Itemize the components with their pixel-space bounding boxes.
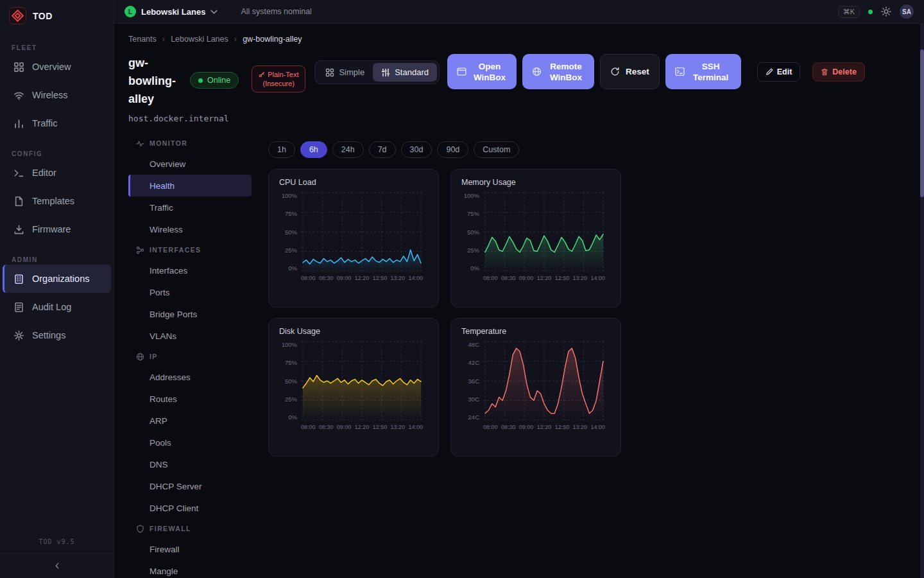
subnav-item-wireless[interactable]: Wireless	[128, 218, 252, 240]
range-1h-button[interactable]: 1h	[268, 141, 295, 158]
subnav-item-dhcp-server[interactable]: DHCP Server	[128, 475, 252, 497]
subnav-item-pools[interactable]: Pools	[128, 432, 252, 453]
time-range-selector: 1h 6h 24h 7d 30d 90d Custom	[268, 141, 621, 158]
edit-button[interactable]: Edit	[757, 62, 801, 82]
subnav-item-traffic[interactable]: Traffic	[128, 197, 252, 218]
range-6h-button[interactable]: 6h	[300, 141, 327, 158]
subnav-item-bridge-ports[interactable]: Bridge Ports	[128, 303, 252, 325]
sidebar-item-label: Templates	[32, 196, 74, 206]
x-tick-label: 09:00	[337, 424, 352, 430]
subnav-item-arp[interactable]: ARP	[128, 410, 252, 432]
sidebar-item-editor[interactable]: Editor	[3, 159, 111, 187]
scrollbar-track[interactable]	[920, 24, 924, 578]
app-title: TOD	[33, 11, 53, 21]
sidebar-item-traffic[interactable]: Traffic	[3, 109, 111, 137]
topbar: L Lebowski Lanes All systems nominal ⌘K …	[114, 0, 924, 24]
mode-simple-label: Simple	[339, 67, 364, 77]
command-palette-shortcut[interactable]: ⌘K	[838, 6, 860, 18]
subnav-item-mangle[interactable]: Mangle	[128, 560, 252, 578]
subnav-item-dns[interactable]: DNS	[128, 453, 252, 475]
mode-simple-button[interactable]: Simple	[317, 63, 373, 82]
subnav-group-monitor: MONITOR	[128, 134, 252, 153]
charts-grid: CPU Load 100%75%50%25%0% 08:0008:3009:00…	[268, 169, 621, 457]
y-axis-labels: 48C42C36C30C24C	[460, 341, 483, 421]
y-tick-label: 30C	[468, 396, 479, 403]
sidebar-collapse-button[interactable]	[0, 553, 114, 578]
sidebar-item-templates[interactable]: Templates	[3, 187, 111, 215]
subnav-group-label: FIREWALL	[150, 525, 191, 532]
x-tick-label: 13:20	[573, 424, 588, 430]
delete-button[interactable]: Delete	[812, 62, 865, 82]
wifi-icon	[13, 90, 24, 101]
subnav-item-health[interactable]: Health	[128, 175, 252, 197]
chart-title: Temperature	[461, 327, 613, 336]
subnav-item-dhcp-client[interactable]: DHCP Client	[128, 497, 252, 519]
line-chart-svg	[483, 192, 605, 272]
subnav-item-interfaces[interactable]: Interfaces	[128, 259, 252, 281]
view-mode-toggle: Simple Standard	[314, 60, 440, 84]
subnav-group-label: INTERFACES	[150, 246, 201, 254]
page-title: gw-bowling-alley	[128, 54, 190, 108]
line-chart-svg	[301, 341, 423, 421]
subnav-item-ports[interactable]: Ports	[128, 281, 252, 303]
user-avatar[interactable]: SA	[900, 4, 914, 19]
nodes-icon	[136, 246, 144, 254]
x-tick-label: 08:30	[501, 275, 516, 281]
sidebar: TOD FLEET Overview Wireless Traffic CONF…	[0, 0, 114, 578]
sidebar-item-label: Audit Log	[32, 302, 71, 312]
breadcrumb-tenant-name[interactable]: Lebowski Lanes	[171, 35, 228, 44]
sidebar-item-label: Editor	[32, 168, 56, 178]
sidebar-item-organizations[interactable]: Organizations	[3, 265, 111, 293]
globe-icon	[532, 67, 542, 76]
y-tick-label: 0%	[288, 265, 297, 272]
audit-doc-icon	[13, 302, 24, 313]
sidebar-section-fleet: FLEET	[0, 44, 114, 51]
subnav-item-overview[interactable]: Overview	[128, 153, 252, 175]
warning-text-line2: (Insecure)	[259, 79, 298, 88]
remote-winbox-button[interactable]: Remote WinBox	[522, 54, 594, 89]
y-tick-label: 24C	[468, 414, 479, 421]
subnav-item-firewall[interactable]: Firewall	[128, 538, 252, 560]
range-7d-button[interactable]: 7d	[369, 141, 396, 158]
reset-button[interactable]: Reset	[600, 54, 660, 89]
ssh-terminal-button[interactable]: SSH Terminal	[665, 54, 741, 89]
chart-card-cpu-load: CPU Load 100%75%50%25%0% 08:0008:3009:00…	[268, 169, 439, 308]
subnav-item-vlans[interactable]: VLANs	[128, 325, 252, 347]
app-root: TOD FLEET Overview Wireless Traffic CONF…	[0, 0, 924, 578]
subnav-item-addresses[interactable]: Addresses	[128, 366, 252, 388]
security-warning-badge: Plain-Text (Insecure)	[252, 66, 305, 92]
ssh-terminal-label: SSH Terminal	[690, 61, 732, 83]
sidebar-item-audit-log[interactable]: Audit Log	[3, 293, 111, 321]
subnav-item-routes[interactable]: Routes	[128, 388, 252, 410]
device-body: MONITOR Overview Health Traffic Wireless…	[128, 134, 910, 578]
tenant-selector[interactable]: L Lebowski Lanes	[124, 6, 218, 17]
x-tick-label: 12:50	[373, 424, 388, 430]
range-30d-button[interactable]: 30d	[401, 141, 432, 158]
delete-label: Delete	[832, 67, 857, 76]
sun-theme-icon[interactable]	[881, 6, 891, 17]
sidebar-item-overview[interactable]: Overview	[3, 53, 111, 81]
scrollbar-thumb[interactable]	[920, 49, 924, 197]
mode-standard-button[interactable]: Standard	[373, 63, 437, 82]
breadcrumb-current-device: gw-bowling-alley	[243, 35, 302, 44]
sidebar-item-settings[interactable]: Settings	[3, 321, 111, 349]
breadcrumb-tenants[interactable]: Tenants	[128, 35, 157, 44]
y-tick-label: 42C	[468, 359, 479, 366]
chevron-left-icon	[53, 562, 61, 570]
topbar-right: ⌘K SA	[838, 4, 914, 19]
building-icon	[13, 274, 24, 285]
subnav-group-firewall: FIREWALL	[128, 519, 252, 538]
sidebar-item-firmware[interactable]: Firmware	[3, 215, 111, 243]
app-logo: TOD	[0, 0, 114, 31]
chevron-down-icon	[210, 8, 218, 15]
range-custom-button[interactable]: Custom	[474, 141, 519, 158]
open-winbox-button[interactable]: Open WinBox	[447, 54, 517, 89]
chart-plot-row: 100%75%50%25%0%	[278, 192, 431, 272]
range-24h-button[interactable]: 24h	[332, 141, 364, 158]
y-tick-label: 100%	[282, 341, 297, 348]
x-tick-label: 14:00	[590, 275, 605, 281]
range-90d-button[interactable]: 90d	[437, 141, 468, 158]
device-subnav: MONITOR Overview Health Traffic Wireless…	[128, 134, 252, 578]
sidebar-item-wireless[interactable]: Wireless	[3, 81, 111, 109]
x-tick-label: 12:20	[355, 424, 370, 430]
